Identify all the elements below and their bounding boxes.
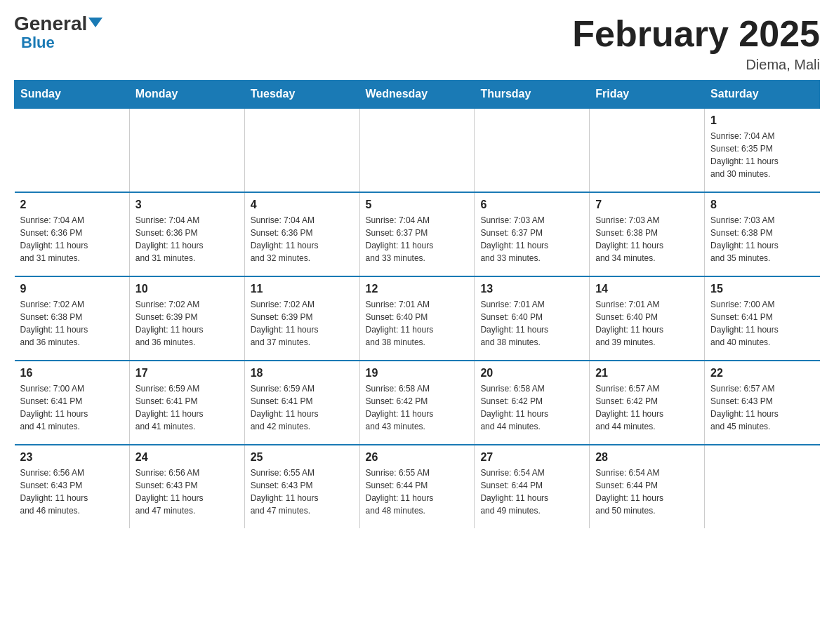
day-number: 26: [366, 451, 469, 464]
calendar-day-cell: 16Sunrise: 7:00 AM Sunset: 6:41 PM Dayli…: [15, 361, 130, 445]
day-number: 23: [20, 451, 124, 464]
calendar-day-cell: 14Sunrise: 7:01 AM Sunset: 6:40 PM Dayli…: [590, 276, 705, 361]
calendar-day-cell: 28Sunrise: 6:54 AM Sunset: 6:44 PM Dayli…: [590, 445, 705, 528]
day-info: Sunrise: 6:59 AM Sunset: 6:41 PM Dayligh…: [251, 382, 354, 433]
calendar-day-cell: 25Sunrise: 6:55 AM Sunset: 6:43 PM Dayli…: [244, 445, 359, 528]
weekday-header-row: Sunday Monday Tuesday Wednesday Thursday…: [15, 81, 820, 109]
calendar-day-cell: 9Sunrise: 7:02 AM Sunset: 6:38 PM Daylig…: [15, 276, 130, 361]
logo: General Blue: [14, 14, 102, 52]
day-number: 16: [20, 367, 124, 380]
calendar-day-cell: 6Sunrise: 7:03 AM Sunset: 6:37 PM Daylig…: [475, 192, 590, 276]
header-wednesday: Wednesday: [359, 81, 475, 109]
header-tuesday: Tuesday: [244, 81, 359, 109]
calendar-table: Sunday Monday Tuesday Wednesday Thursday…: [14, 80, 820, 528]
day-number: 2: [20, 199, 124, 211]
calendar-week-row: 16Sunrise: 7:00 AM Sunset: 6:41 PM Dayli…: [15, 361, 820, 445]
calendar-day-cell: 24Sunrise: 6:56 AM Sunset: 6:43 PM Dayli…: [129, 445, 244, 528]
location-subtitle: Diema, Mali: [572, 57, 820, 73]
header-saturday: Saturday: [705, 81, 820, 109]
day-number: 12: [366, 283, 469, 295]
day-number: 3: [135, 199, 239, 211]
day-info: Sunrise: 7:01 AM Sunset: 6:40 PM Dayligh…: [480, 298, 583, 349]
calendar-day-cell: 17Sunrise: 6:59 AM Sunset: 6:41 PM Dayli…: [129, 361, 244, 445]
title-block: February 2025 Diema, Mali: [572, 14, 820, 73]
calendar-week-row: 9Sunrise: 7:02 AM Sunset: 6:38 PM Daylig…: [15, 276, 820, 361]
day-info: Sunrise: 7:04 AM Sunset: 6:36 PM Dayligh…: [20, 214, 124, 264]
day-number: 25: [251, 451, 354, 464]
day-number: 13: [480, 283, 583, 295]
day-number: 11: [251, 283, 354, 295]
day-number: 6: [480, 199, 583, 211]
day-number: 18: [251, 367, 354, 380]
day-number: 27: [480, 451, 583, 464]
calendar-day-cell: 19Sunrise: 6:58 AM Sunset: 6:42 PM Dayli…: [359, 361, 475, 445]
header-friday: Friday: [590, 81, 705, 109]
day-info: Sunrise: 6:59 AM Sunset: 6:41 PM Dayligh…: [135, 382, 239, 433]
logo-general-text: General: [14, 14, 87, 34]
day-info: Sunrise: 7:04 AM Sunset: 6:35 PM Dayligh…: [710, 130, 814, 180]
day-number: 10: [135, 283, 239, 295]
day-number: 21: [595, 367, 699, 380]
day-info: Sunrise: 7:02 AM Sunset: 6:39 PM Dayligh…: [251, 298, 354, 349]
day-info: Sunrise: 7:03 AM Sunset: 6:38 PM Dayligh…: [710, 214, 814, 264]
calendar-day-cell: 21Sunrise: 6:57 AM Sunset: 6:42 PM Dayli…: [590, 361, 705, 445]
calendar-day-cell: [15, 108, 130, 192]
day-number: 15: [710, 283, 814, 295]
calendar-day-cell: [590, 108, 705, 192]
calendar-day-cell: 23Sunrise: 6:56 AM Sunset: 6:43 PM Dayli…: [15, 445, 130, 528]
day-info: Sunrise: 7:04 AM Sunset: 6:36 PM Dayligh…: [135, 214, 239, 264]
calendar-week-row: 23Sunrise: 6:56 AM Sunset: 6:43 PM Dayli…: [15, 445, 820, 528]
calendar-day-cell: [244, 108, 359, 192]
calendar-day-cell: [705, 445, 820, 528]
calendar-day-cell: [359, 108, 475, 192]
calendar-day-cell: 18Sunrise: 6:59 AM Sunset: 6:41 PM Dayli…: [244, 361, 359, 445]
day-info: Sunrise: 7:04 AM Sunset: 6:36 PM Dayligh…: [251, 214, 354, 264]
day-number: 14: [595, 283, 699, 295]
calendar-day-cell: 1Sunrise: 7:04 AM Sunset: 6:35 PM Daylig…: [705, 108, 820, 192]
calendar-day-cell: 12Sunrise: 7:01 AM Sunset: 6:40 PM Dayli…: [359, 276, 475, 361]
calendar-day-cell: 20Sunrise: 6:58 AM Sunset: 6:42 PM Dayli…: [475, 361, 590, 445]
day-info: Sunrise: 6:55 AM Sunset: 6:43 PM Dayligh…: [251, 467, 354, 517]
day-info: Sunrise: 7:01 AM Sunset: 6:40 PM Dayligh…: [595, 298, 699, 349]
day-info: Sunrise: 6:54 AM Sunset: 6:44 PM Dayligh…: [480, 467, 583, 517]
day-info: Sunrise: 6:58 AM Sunset: 6:42 PM Dayligh…: [366, 382, 469, 433]
calendar-day-cell: 8Sunrise: 7:03 AM Sunset: 6:38 PM Daylig…: [705, 192, 820, 276]
day-info: Sunrise: 7:02 AM Sunset: 6:38 PM Dayligh…: [20, 298, 124, 349]
header-sunday: Sunday: [15, 81, 130, 109]
day-info: Sunrise: 6:56 AM Sunset: 6:43 PM Dayligh…: [135, 467, 239, 517]
day-info: Sunrise: 7:03 AM Sunset: 6:38 PM Dayligh…: [595, 214, 699, 264]
calendar-body: 1Sunrise: 7:04 AM Sunset: 6:35 PM Daylig…: [15, 108, 820, 528]
calendar-day-cell: 10Sunrise: 7:02 AM Sunset: 6:39 PM Dayli…: [129, 276, 244, 361]
page-title: February 2025: [572, 14, 820, 54]
header-monday: Monday: [129, 81, 244, 109]
calendar-day-cell: 11Sunrise: 7:02 AM Sunset: 6:39 PM Dayli…: [244, 276, 359, 361]
header-thursday: Thursday: [475, 81, 590, 109]
calendar-header: Sunday Monday Tuesday Wednesday Thursday…: [15, 81, 820, 109]
day-number: 22: [710, 367, 814, 380]
calendar-day-cell: 26Sunrise: 6:55 AM Sunset: 6:44 PM Dayli…: [359, 445, 475, 528]
day-info: Sunrise: 6:55 AM Sunset: 6:44 PM Dayligh…: [366, 467, 469, 517]
calendar-week-row: 1Sunrise: 7:04 AM Sunset: 6:35 PM Daylig…: [15, 108, 820, 192]
calendar-day-cell: 13Sunrise: 7:01 AM Sunset: 6:40 PM Dayli…: [475, 276, 590, 361]
calendar-day-cell: 5Sunrise: 7:04 AM Sunset: 6:37 PM Daylig…: [359, 192, 475, 276]
calendar-day-cell: 7Sunrise: 7:03 AM Sunset: 6:38 PM Daylig…: [590, 192, 705, 276]
day-info: Sunrise: 6:57 AM Sunset: 6:42 PM Dayligh…: [595, 382, 699, 433]
logo-blue-text: Blue: [21, 34, 55, 51]
logo-arrow-icon: [88, 18, 102, 27]
day-number: 7: [595, 199, 699, 211]
day-info: Sunrise: 7:04 AM Sunset: 6:37 PM Dayligh…: [366, 214, 469, 264]
day-number: 4: [251, 199, 354, 211]
calendar-day-cell: 27Sunrise: 6:54 AM Sunset: 6:44 PM Dayli…: [475, 445, 590, 528]
calendar-day-cell: [129, 108, 244, 192]
day-info: Sunrise: 7:00 AM Sunset: 6:41 PM Dayligh…: [710, 298, 814, 349]
day-number: 9: [20, 283, 124, 295]
day-info: Sunrise: 7:00 AM Sunset: 6:41 PM Dayligh…: [20, 382, 124, 433]
day-info: Sunrise: 6:54 AM Sunset: 6:44 PM Dayligh…: [595, 467, 699, 517]
page-header: General Blue February 2025 Diema, Mali: [14, 14, 820, 73]
day-info: Sunrise: 7:03 AM Sunset: 6:37 PM Dayligh…: [480, 214, 583, 264]
day-number: 24: [135, 451, 239, 464]
calendar-day-cell: 22Sunrise: 6:57 AM Sunset: 6:43 PM Dayli…: [705, 361, 820, 445]
day-number: 28: [595, 451, 699, 464]
day-number: 1: [710, 114, 814, 127]
day-info: Sunrise: 7:02 AM Sunset: 6:39 PM Dayligh…: [135, 298, 239, 349]
